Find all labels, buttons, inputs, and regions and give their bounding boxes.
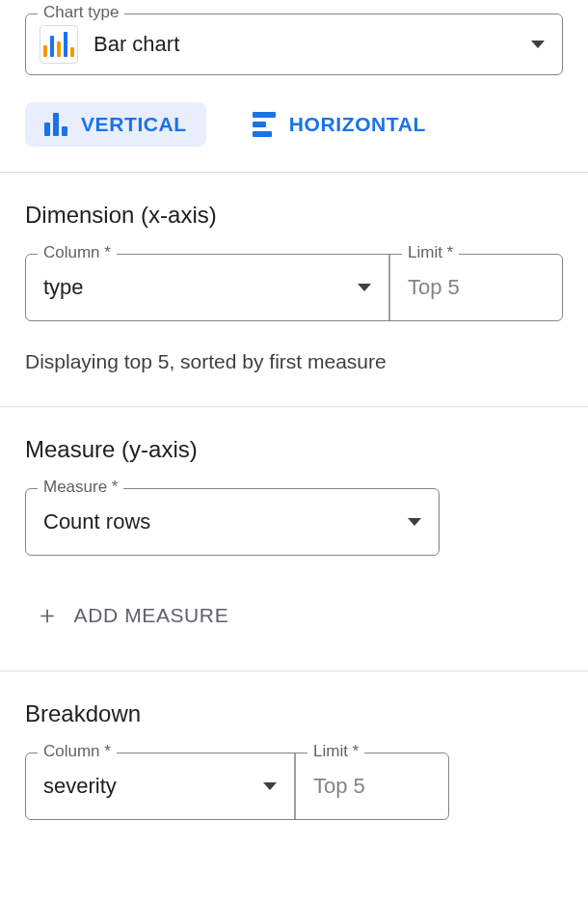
breakdown-limit-label: Limit * bbox=[307, 742, 364, 761]
tab-vertical-label: VERTICAL bbox=[81, 113, 187, 136]
dimension-column-label: Column * bbox=[38, 243, 117, 262]
add-measure-label: ADD MEASURE bbox=[74, 604, 229, 627]
dimension-limit-label: Limit * bbox=[402, 243, 459, 262]
tab-horizontal-label: HORIZONTAL bbox=[289, 113, 426, 136]
breakdown-column-select[interactable]: Column * severity bbox=[26, 753, 294, 819]
tab-horizontal[interactable]: HORIZONTAL bbox=[233, 102, 445, 147]
horizontal-bars-icon bbox=[253, 112, 276, 137]
dimension-heading: Dimension (x-axis) bbox=[25, 202, 563, 229]
chart-type-select[interactable]: Chart type Bar chart bbox=[25, 14, 563, 75]
plus-icon: ＋ bbox=[35, 598, 61, 632]
orientation-tabs: VERTICAL HORIZONTAL bbox=[25, 102, 563, 147]
dimension-column-select[interactable]: Column * type bbox=[26, 255, 388, 320]
breakdown-heading: Breakdown bbox=[25, 700, 563, 727]
chevron-down-icon bbox=[408, 518, 421, 526]
breakdown-column-label: Column * bbox=[38, 742, 117, 761]
dimension-note: Displaying top 5, sorted by first measur… bbox=[25, 350, 563, 373]
dimension-limit-value: Top 5 bbox=[408, 275, 545, 300]
divider bbox=[0, 406, 588, 407]
breakdown-limit-input[interactable]: Limit * Top 5 bbox=[294, 753, 448, 819]
chart-type-value: Bar chart bbox=[94, 32, 531, 57]
breakdown-limit-value: Top 5 bbox=[313, 774, 431, 799]
chevron-down-icon bbox=[358, 284, 371, 291]
chevron-down-icon bbox=[531, 41, 545, 48]
breakdown-column-value: severity bbox=[43, 774, 263, 799]
breakdown-row: Column * severity Limit * Top 5 bbox=[25, 752, 449, 820]
tab-vertical[interactable]: VERTICAL bbox=[25, 102, 206, 147]
measure-heading: Measure (y-axis) bbox=[25, 436, 563, 463]
measure-select[interactable]: Measure * Count rows bbox=[25, 488, 440, 556]
dimension-row: Column * type Limit * Top 5 bbox=[25, 254, 563, 321]
divider bbox=[0, 670, 588, 671]
vertical-bars-icon bbox=[44, 113, 67, 136]
measure-label: Measure * bbox=[38, 478, 123, 497]
divider bbox=[0, 172, 588, 173]
chart-type-label: Chart type bbox=[38, 3, 124, 22]
measure-value: Count rows bbox=[43, 509, 408, 534]
dimension-column-value: type bbox=[43, 275, 358, 300]
add-measure-button[interactable]: ＋ ADD MEASURE bbox=[35, 598, 563, 632]
bar-chart-icon bbox=[40, 25, 78, 64]
dimension-limit-input[interactable]: Limit * Top 5 bbox=[388, 255, 562, 320]
chevron-down-icon bbox=[263, 782, 277, 790]
